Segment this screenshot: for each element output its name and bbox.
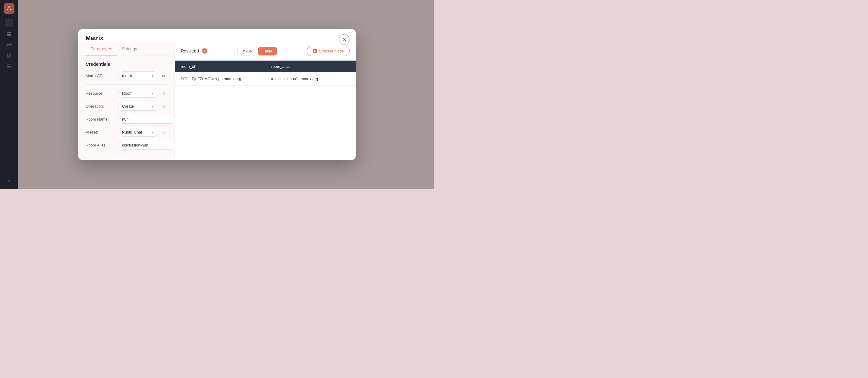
table-header: room_id room_alias: [175, 61, 355, 72]
preset-control: Public Chat ▼ ⚙: [118, 128, 167, 136]
results-header: Results: 1 i JSON Table ▶ Execute Node: [175, 41, 355, 61]
preset-row: Preset: Public Chat ▼ ⚙: [86, 128, 167, 136]
close-button[interactable]: ✕: [339, 34, 350, 45]
results-left: Results: 1 i: [181, 48, 207, 54]
matrix-api-row: Matrix API: matrix ▼ ✏: [86, 71, 167, 80]
tab-settings[interactable]: Settings: [117, 43, 142, 56]
results-label: Results: 1: [181, 49, 199, 53]
modal-title: Matrix: [86, 35, 103, 41]
matrix-api-control: matrix ▼ ✏: [118, 71, 167, 80]
preset-dropdown[interactable]: Public Chat ▼: [118, 128, 158, 136]
operation-arrow-icon: ▼: [151, 104, 154, 108]
resource-value: Room: [122, 91, 151, 96]
modal-body: Parameters Settings Credentials Matrix A…: [79, 41, 355, 160]
room-alias-control: ⚙: [118, 141, 175, 150]
cell-room-id: !YDLLPjnFZnMCUuklpa:matrix.org: [175, 72, 265, 85]
resource-control: Room ▼ ⚙: [118, 89, 167, 98]
operation-row: Operation: Create ▼ ⚙: [86, 102, 167, 111]
matrix-api-dropdown[interactable]: matrix ▼: [118, 71, 158, 80]
matrix-api-value: matrix: [122, 73, 151, 78]
room-alias-input[interactable]: [118, 141, 175, 150]
operation-value: Create: [122, 104, 151, 108]
room-name-control: ⚙: [118, 115, 175, 124]
preset-gear-button[interactable]: ⚙: [160, 129, 167, 136]
cell-room-alias: #discussion-n8n:matrix.org: [265, 72, 355, 85]
preset-value: Public Chat: [122, 130, 151, 134]
left-content: Credentials Matrix API: matrix ▼ ✏: [79, 56, 175, 160]
tab-parameters[interactable]: Parameters: [86, 43, 117, 56]
matrix-api-edit-button[interactable]: ✏: [160, 72, 167, 80]
operation-label: Operation:: [86, 104, 116, 108]
resource-arrow-icon: ▼: [151, 92, 154, 95]
resource-row: Resource: Room ▼ ⚙: [86, 89, 167, 98]
credentials-section-title: Credentials: [86, 62, 167, 67]
col-header-room-id: room_id: [175, 61, 265, 72]
results-table: room_id room_alias !YDLLPjnFZnMCUuklpa:m…: [175, 61, 355, 160]
room-name-label: Room Name:: [86, 117, 116, 122]
left-panel: Parameters Settings Credentials Matrix A…: [79, 41, 175, 160]
view-buttons: JSON Table: [238, 47, 277, 56]
room-alias-row: Room Alias: ⚙: [86, 141, 167, 150]
operation-dropdown[interactable]: Create ▼: [118, 102, 158, 111]
play-icon: ▶: [313, 49, 317, 53]
resource-label: Resource:: [86, 91, 116, 96]
info-icon[interactable]: i: [202, 48, 207, 54]
room-name-input[interactable]: [118, 115, 175, 124]
resource-gear-button[interactable]: ⚙: [160, 90, 167, 97]
matrix-api-arrow-icon: ▼: [151, 74, 154, 78]
col-header-room-alias: room_alias: [265, 61, 355, 72]
modal-header: Matrix ✕: [79, 29, 355, 41]
preset-arrow-icon: ▼: [151, 130, 154, 134]
json-button[interactable]: JSON: [238, 47, 257, 56]
preset-label: Preset:: [86, 130, 116, 134]
execute-node-button[interactable]: ▶ Execute Node: [307, 46, 350, 56]
execute-button-label: Execute Node: [319, 49, 344, 53]
room-alias-label: Room Alias:: [86, 143, 116, 148]
resource-dropdown[interactable]: Room ▼: [118, 89, 158, 98]
tabs: Parameters Settings: [79, 43, 175, 56]
modal-overlay: Matrix ✕ Parameters Settings Credentials…: [0, 0, 434, 189]
modal: Matrix ✕ Parameters Settings Credentials…: [79, 29, 355, 160]
right-panel: Results: 1 i JSON Table ▶ Execute Node: [175, 41, 355, 160]
table-button[interactable]: Table: [258, 47, 277, 56]
operation-gear-button[interactable]: ⚙: [160, 103, 167, 110]
table-row: !YDLLPjnFZnMCUuklpa:matrix.org #discussi…: [175, 72, 355, 86]
operation-control: Create ▼ ⚙: [118, 102, 167, 111]
room-name-row: Room Name: ⚙: [86, 115, 167, 124]
matrix-api-label: Matrix API:: [86, 73, 116, 78]
